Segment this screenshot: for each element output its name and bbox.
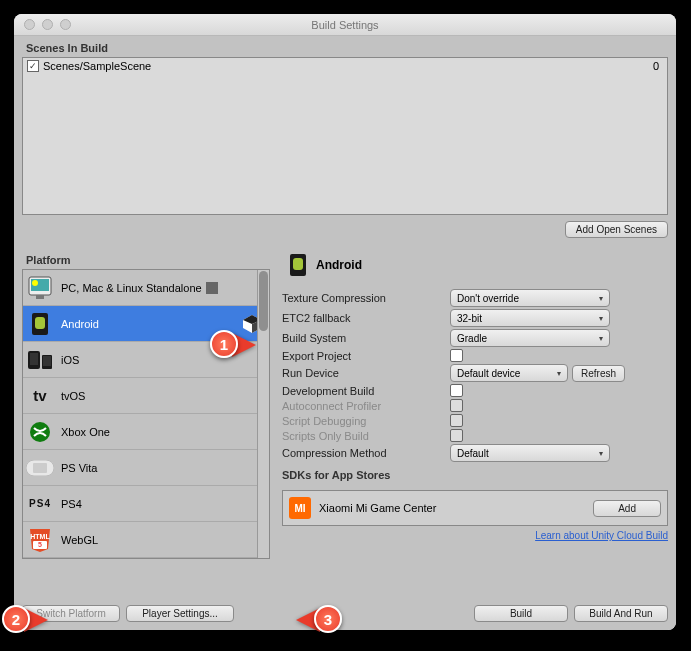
svg-text:HTML: HTML: [30, 533, 50, 540]
chevron-down-icon: ▾: [599, 334, 603, 343]
field-label: Run Device: [282, 367, 450, 379]
build-system-dropdown[interactable]: Gradle▾: [450, 329, 610, 347]
platform-list: PC, Mac & Linux Standalone Android: [22, 269, 270, 559]
sdk-row: MI Xiaomi Mi Game Center Add: [282, 490, 668, 526]
svg-rect-3: [36, 295, 44, 299]
svg-rect-20: [293, 258, 303, 270]
platform-row-pc[interactable]: PC, Mac & Linux Standalone: [23, 270, 269, 306]
svg-point-2: [32, 280, 38, 286]
scenes-heading: Scenes In Build: [22, 36, 668, 57]
svg-rect-15: [33, 463, 47, 473]
android-icon: [288, 252, 308, 278]
field-label: Development Build: [282, 385, 450, 397]
chevron-down-icon: ▾: [599, 294, 603, 303]
svg-text:MI: MI: [294, 503, 305, 514]
callout-1: 1: [210, 330, 238, 358]
texture-compression-dropdown[interactable]: Don't override▾: [450, 289, 610, 307]
sdk-label: Xiaomi Mi Game Center: [319, 502, 436, 514]
platform-label: iOS: [61, 354, 79, 366]
platform-label: PS4: [61, 498, 82, 510]
platform-label: PS Vita: [61, 462, 98, 474]
callout-3: 3: [314, 605, 342, 633]
build-settings-window: Build Settings Scenes In Build ✓ Scenes/…: [14, 14, 676, 630]
field-label: Compression Method: [282, 447, 450, 459]
titlebar: Build Settings: [14, 14, 676, 36]
platform-row-tvos[interactable]: tv tvOS: [23, 378, 269, 414]
compression-method-dropdown[interactable]: Default▾: [450, 444, 610, 462]
platform-label: WebGL: [61, 534, 98, 546]
script-debugging-checkbox: [450, 414, 463, 427]
svg-rect-10: [30, 353, 38, 365]
svg-point-13: [30, 422, 50, 442]
svg-text:5: 5: [38, 541, 42, 548]
chevron-down-icon: ▾: [557, 369, 561, 378]
field-label: Script Debugging: [282, 415, 450, 427]
window-title: Build Settings: [14, 19, 676, 31]
cloud-build-link[interactable]: Learn about Unity Cloud Build: [535, 530, 668, 541]
export-project-checkbox[interactable]: [450, 349, 463, 362]
webgl-icon: HTML5: [25, 525, 55, 555]
refresh-button[interactable]: Refresh: [572, 365, 625, 382]
platform-label: Android: [61, 318, 99, 330]
xbox-icon: [25, 417, 55, 447]
psvita-icon: [25, 453, 55, 483]
xiaomi-icon: MI: [289, 497, 311, 519]
platform-label: PC, Mac & Linux Standalone: [61, 282, 202, 294]
run-device-dropdown[interactable]: Default device▾: [450, 364, 568, 382]
platform-detail-title: Android: [316, 258, 362, 272]
build-button[interactable]: Build: [474, 605, 568, 622]
scripts-only-checkbox: [450, 429, 463, 442]
chevron-down-icon: ▾: [599, 449, 603, 458]
sdk-add-button[interactable]: Add: [593, 500, 661, 517]
autoconnect-profiler-checkbox: [450, 399, 463, 412]
scenes-list[interactable]: ✓ Scenes/SampleScene 0: [22, 57, 668, 215]
footer: Switch Platform Player Settings... Build…: [22, 605, 668, 622]
platform-label: Xbox One: [61, 426, 110, 438]
field-label: Autoconnect Profiler: [282, 400, 450, 412]
field-label: Build System: [282, 332, 450, 344]
svg-rect-12: [43, 356, 51, 366]
scene-index: 0: [653, 60, 663, 72]
scene-label: Scenes/SampleScene: [43, 60, 151, 72]
callout-2: 2: [2, 605, 30, 633]
add-open-scenes-button[interactable]: Add Open Scenes: [565, 221, 668, 238]
field-label: ETC2 fallback: [282, 312, 450, 324]
checkbox-icon[interactable]: ✓: [27, 60, 39, 72]
android-icon: [25, 309, 55, 339]
platform-heading: Platform: [22, 248, 270, 269]
platform-row-ps4[interactable]: PS4 PS4: [23, 486, 269, 522]
field-label: Scripts Only Build: [282, 430, 450, 442]
build-and-run-button[interactable]: Build And Run: [574, 605, 668, 622]
platform-details: Android Texture Compression Don't overri…: [282, 248, 668, 559]
ios-icon: [25, 345, 55, 375]
field-label: Export Project: [282, 350, 450, 362]
ps4-icon: PS4: [25, 489, 55, 519]
platform-row-webgl[interactable]: HTML5 WebGL: [23, 522, 269, 558]
sdk-heading: SDKs for App Stores: [282, 463, 668, 484]
platform-row-xbox[interactable]: Xbox One: [23, 414, 269, 450]
platform-label: tvOS: [61, 390, 85, 402]
tvos-icon: tv: [25, 381, 55, 411]
scrollbar[interactable]: [257, 270, 269, 558]
platform-row-psvita[interactable]: PS Vita: [23, 450, 269, 486]
arrow-icon: [206, 282, 218, 294]
etc2-fallback-dropdown[interactable]: 32-bit▾: [450, 309, 610, 327]
development-build-checkbox[interactable]: [450, 384, 463, 397]
scene-row[interactable]: ✓ Scenes/SampleScene 0: [23, 58, 667, 74]
chevron-down-icon: ▾: [599, 314, 603, 323]
field-label: Texture Compression: [282, 292, 450, 304]
pc-icon: [25, 273, 55, 303]
svg-rect-5: [35, 317, 45, 329]
player-settings-button[interactable]: Player Settings...: [126, 605, 234, 622]
